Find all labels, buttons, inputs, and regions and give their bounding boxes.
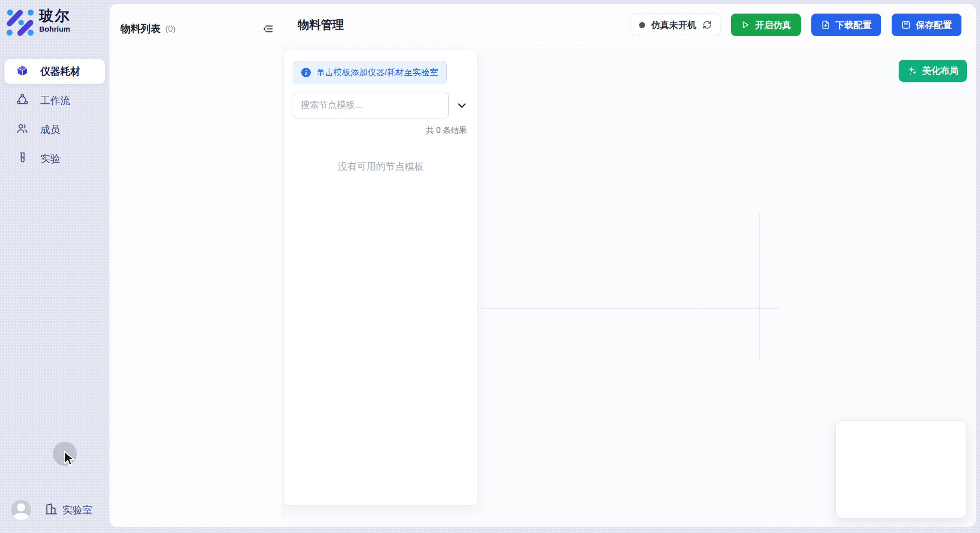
main-area: 物料管理 仿真未开机 — [282, 4, 976, 527]
header-actions: 仿真未开机 — [631, 14, 961, 36]
file-download-icon — [821, 20, 830, 30]
cube-icon — [16, 64, 29, 79]
material-list-title: 物料列表 — [120, 22, 161, 36]
sparkles-icon — [907, 66, 917, 76]
minimap[interactable] — [835, 420, 967, 518]
start-simulation-label: 开启仿真 — [755, 19, 791, 31]
content-card: 物料列表 (0) 物料管理 仿真未开机 — [109, 4, 976, 527]
brand-logo: 玻尔 Bohrium — [0, 0, 109, 38]
page-header: 物料管理 仿真未开机 — [282, 4, 976, 46]
page-title: 物料管理 — [298, 17, 344, 33]
beautify-layout-label: 美化布局 — [922, 65, 958, 77]
avatar-body — [13, 513, 29, 520]
info-icon: i — [301, 68, 311, 77]
brand-name-zh: 玻尔 — [39, 8, 70, 24]
material-list-header: 物料列表 (0) — [109, 4, 282, 36]
template-search-row — [293, 92, 467, 118]
sidebar-item-label: 仪器耗材 — [40, 65, 80, 78]
layout-canvas[interactable]: i 单击模板添加仪器/耗材至实验室 共 0 条结果 没有可用的节点模板 — [282, 46, 976, 527]
status-label: 仿真未开机 — [651, 19, 696, 31]
template-hint-text: 单击模板添加仪器/耗材至实验室 — [316, 67, 438, 78]
save-config-button[interactable]: 保存配置 — [892, 14, 961, 36]
result-count: 共 0 条结果 — [284, 125, 467, 136]
save-config-label: 保存配置 — [916, 19, 952, 31]
save-icon — [901, 20, 911, 30]
material-list-count: (0) — [165, 24, 176, 34]
sidebar-item-label: 实验 — [40, 152, 60, 166]
download-config-label: 下载配置 — [835, 19, 872, 31]
members-icon — [16, 122, 29, 138]
canvas-guide-horizontal — [480, 308, 778, 309]
canvas-guide-vertical — [759, 213, 760, 360]
sidebar: 玻尔 Bohrium 仪器耗材 — [0, 0, 109, 533]
start-simulation-button[interactable]: 开启仿真 — [731, 14, 801, 36]
template-hint-banner: i 单击模板添加仪器/耗材至实验室 — [293, 61, 447, 84]
download-config-button[interactable]: 下载配置 — [811, 14, 881, 36]
experiment-icon — [16, 152, 29, 167]
sidebar-footer: 实验室 — [11, 500, 92, 520]
workflow-icon — [16, 93, 29, 108]
sidebar-nav: 仪器耗材 工作流 成员 — [0, 59, 109, 171]
sidebar-item-experiment[interactable]: 实验 — [5, 147, 105, 171]
sidebar-item-members[interactable]: 成员 — [5, 117, 105, 142]
beautify-layout-button[interactable]: 美化布局 — [899, 60, 967, 82]
simulation-status-pill[interactable]: 仿真未开机 — [631, 14, 720, 36]
sidebar-item-label: 成员 — [40, 123, 60, 137]
building-icon — [45, 502, 58, 518]
sidebar-item-instruments[interactable]: 仪器耗材 — [5, 59, 105, 84]
refresh-icon[interactable] — [702, 20, 712, 30]
material-list-panel: 物料列表 (0) — [109, 4, 282, 527]
collapse-panel-icon[interactable] — [262, 23, 274, 35]
sidebar-item-label: 工作流 — [40, 94, 70, 107]
template-panel: i 单击模板添加仪器/耗材至实验室 共 0 条结果 没有可用的节点模板 — [284, 50, 478, 505]
lab-selector[interactable]: 实验室 — [45, 502, 92, 518]
sidebar-item-workflow[interactable]: 工作流 — [5, 88, 105, 113]
bohrium-logo-icon — [7, 8, 34, 38]
play-icon — [741, 20, 750, 30]
empty-template-text: 没有可用的节点模板 — [284, 160, 477, 173]
lab-selector-label: 实验室 — [62, 503, 92, 517]
user-avatar[interactable] — [11, 500, 31, 520]
template-search-input[interactable] — [293, 92, 449, 118]
brand-name-en: Bohrium — [39, 25, 70, 33]
avatar-head — [17, 503, 25, 511]
chevron-down-icon[interactable] — [456, 100, 467, 111]
status-dot-icon — [639, 22, 645, 28]
